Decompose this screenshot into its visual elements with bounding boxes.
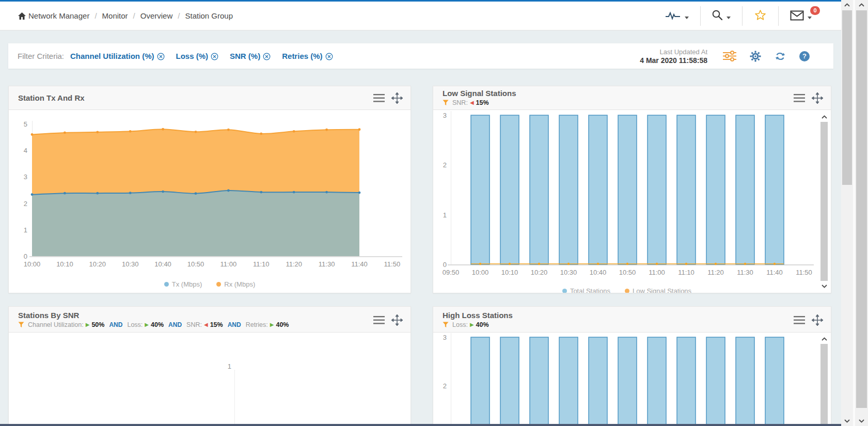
scroll-up-arrow[interactable] bbox=[841, 0, 853, 10]
menu-icon[interactable] bbox=[373, 316, 385, 327]
data-point[interactable] bbox=[227, 129, 230, 131]
menu-icon[interactable] bbox=[794, 94, 805, 105]
data-point[interactable] bbox=[774, 263, 776, 265]
gear-icon[interactable] bbox=[750, 51, 761, 62]
bar[interactable] bbox=[648, 337, 666, 426]
bar[interactable] bbox=[648, 115, 666, 264]
data-point[interactable] bbox=[129, 192, 132, 194]
bar[interactable] bbox=[589, 337, 607, 426]
menu-icon[interactable] bbox=[373, 94, 385, 105]
data-point[interactable] bbox=[358, 128, 361, 131]
bar[interactable] bbox=[618, 115, 637, 264]
data-point[interactable] bbox=[260, 133, 262, 135]
legend-item[interactable]: Rx (Mbps) bbox=[216, 280, 255, 288]
data-point[interactable] bbox=[195, 192, 197, 195]
breadcrumb-item[interactable]: Monitor bbox=[102, 11, 128, 20]
bar[interactable] bbox=[559, 115, 578, 264]
menu-icon[interactable] bbox=[794, 316, 805, 327]
bar[interactable] bbox=[618, 337, 637, 426]
data-point[interactable] bbox=[293, 191, 295, 194]
data-point[interactable] bbox=[96, 131, 99, 133]
bar[interactable] bbox=[765, 115, 784, 264]
search-menu-button[interactable] bbox=[701, 10, 742, 23]
data-point[interactable] bbox=[195, 131, 197, 133]
filter-settings-icon[interactable] bbox=[723, 51, 736, 61]
scroll-down-arrow[interactable] bbox=[841, 416, 853, 426]
breadcrumb-item[interactable]: Overview bbox=[140, 11, 173, 20]
scroll-up-arrow[interactable] bbox=[855, 0, 868, 10]
help-icon[interactable]: ? bbox=[799, 51, 810, 61]
filter-chip[interactable]: SNR (%) bbox=[230, 52, 271, 60]
bar[interactable] bbox=[530, 115, 548, 264]
data-point[interactable] bbox=[96, 192, 99, 195]
data-point[interactable] bbox=[162, 128, 164, 131]
move-icon[interactable] bbox=[811, 92, 824, 106]
data-point[interactable] bbox=[227, 190, 230, 192]
scrollbar-thumb[interactable] bbox=[820, 344, 828, 426]
data-point[interactable] bbox=[685, 263, 687, 265]
window-scrollbar[interactable] bbox=[855, 0, 868, 426]
scroll-up-arrow[interactable] bbox=[820, 335, 828, 343]
data-point[interactable] bbox=[626, 263, 628, 265]
bar[interactable] bbox=[736, 115, 754, 264]
scroll-down-arrow[interactable] bbox=[855, 416, 868, 426]
scrollbar-thumb[interactable] bbox=[820, 122, 828, 281]
legend-item[interactable]: Total Stations bbox=[562, 287, 610, 293]
bar[interactable] bbox=[530, 337, 548, 426]
bar[interactable] bbox=[736, 337, 754, 426]
refresh-icon[interactable] bbox=[775, 51, 786, 62]
data-point[interactable] bbox=[293, 130, 295, 133]
bar[interactable] bbox=[706, 115, 725, 264]
data-point[interactable] bbox=[129, 130, 132, 133]
legend-item[interactable]: Low Signal Stations bbox=[625, 287, 691, 293]
data-point[interactable] bbox=[744, 263, 746, 265]
filter-chip[interactable]: Channel Utilization (%) bbox=[70, 52, 165, 60]
move-icon[interactable] bbox=[391, 92, 403, 106]
bar[interactable] bbox=[471, 337, 490, 426]
data-point[interactable] bbox=[358, 192, 361, 194]
data-point[interactable] bbox=[64, 131, 66, 134]
data-point[interactable] bbox=[538, 263, 540, 265]
bar[interactable] bbox=[500, 337, 519, 426]
chip-close-icon[interactable] bbox=[263, 53, 271, 60]
data-point[interactable] bbox=[715, 263, 717, 265]
chip-close-icon[interactable] bbox=[325, 53, 333, 60]
data-point[interactable] bbox=[31, 133, 34, 136]
page-scrollbar[interactable] bbox=[841, 0, 853, 426]
favorites-button[interactable] bbox=[743, 9, 778, 23]
data-point[interactable] bbox=[509, 263, 511, 265]
legend-item[interactable]: Tx (Mbps) bbox=[164, 280, 202, 288]
bar[interactable] bbox=[471, 115, 490, 264]
data-point[interactable] bbox=[656, 263, 658, 265]
bar[interactable] bbox=[677, 115, 696, 264]
bar[interactable] bbox=[706, 337, 725, 426]
breadcrumb-item[interactable]: Network Manager bbox=[28, 11, 89, 20]
data-point[interactable] bbox=[31, 193, 34, 196]
chip-close-icon[interactable] bbox=[157, 53, 165, 60]
data-point[interactable] bbox=[325, 129, 328, 131]
data-point[interactable] bbox=[567, 263, 570, 265]
data-point[interactable] bbox=[64, 192, 66, 195]
bar[interactable] bbox=[500, 115, 519, 264]
bar[interactable] bbox=[765, 337, 784, 426]
activity-menu-button[interactable] bbox=[654, 10, 700, 22]
data-point[interactable] bbox=[325, 191, 328, 194]
scrollbar-thumb[interactable] bbox=[856, 10, 867, 408]
scroll-up-arrow[interactable] bbox=[820, 113, 828, 121]
data-point[interactable] bbox=[479, 263, 481, 265]
scroll-down-arrow[interactable] bbox=[820, 282, 828, 290]
home-icon[interactable] bbox=[18, 12, 26, 20]
bar[interactable] bbox=[589, 115, 607, 264]
filter-chip[interactable]: Retries (%) bbox=[282, 52, 333, 60]
bar[interactable] bbox=[559, 337, 578, 426]
scrollbar-thumb[interactable] bbox=[842, 10, 852, 185]
notifications-mail-button[interactable]: 0 bbox=[779, 10, 823, 23]
data-point[interactable] bbox=[260, 191, 262, 194]
bar[interactable] bbox=[677, 337, 696, 426]
move-icon[interactable] bbox=[391, 314, 403, 328]
move-icon[interactable] bbox=[811, 314, 824, 328]
chip-close-icon[interactable] bbox=[211, 53, 218, 60]
data-point[interactable] bbox=[597, 263, 599, 265]
filter-chip[interactable]: Loss (%) bbox=[176, 52, 219, 60]
data-point[interactable] bbox=[162, 191, 164, 193]
